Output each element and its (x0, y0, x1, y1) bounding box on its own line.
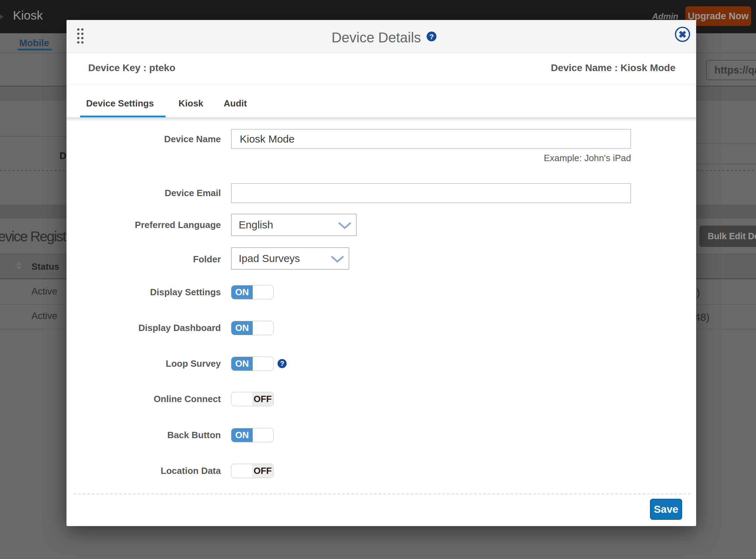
svg-text:?: ? (429, 33, 434, 41)
svg-text:?: ? (280, 360, 284, 367)
